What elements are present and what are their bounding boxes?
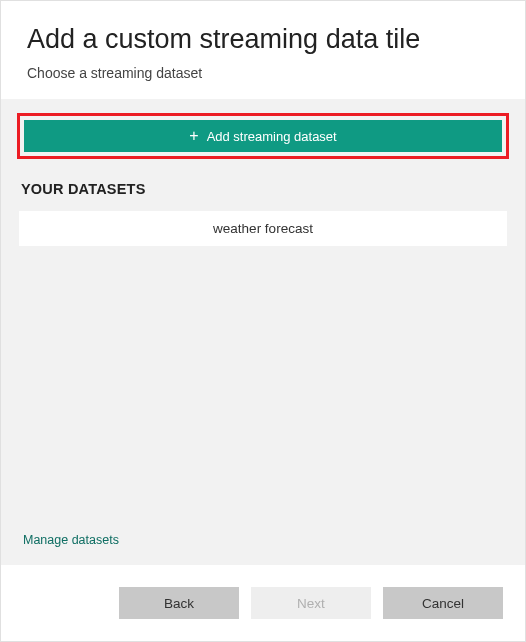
custom-streaming-tile-panel: Add a custom streaming data tile Choose … — [0, 0, 526, 642]
panel-body: + Add streaming dataset YOUR DATASETS we… — [1, 99, 525, 565]
page-title: Add a custom streaming data tile — [27, 23, 499, 55]
page-subtitle: Choose a streaming dataset — [27, 65, 499, 81]
add-button-label: Add streaming dataset — [207, 129, 337, 144]
manage-datasets-link[interactable]: Manage datasets — [23, 533, 119, 547]
panel-header: Add a custom streaming data tile Choose … — [1, 1, 525, 99]
add-dataset-highlight: + Add streaming dataset — [17, 113, 509, 159]
cancel-button[interactable]: Cancel — [383, 587, 503, 619]
your-datasets-label: YOUR DATASETS — [21, 181, 505, 197]
next-button: Next — [251, 587, 371, 619]
dataset-name: weather forecast — [213, 221, 313, 236]
add-streaming-dataset-button[interactable]: + Add streaming dataset — [24, 120, 502, 152]
back-button[interactable]: Back — [119, 587, 239, 619]
plus-icon: + — [189, 128, 198, 144]
panel-footer: Back Next Cancel — [1, 565, 525, 641]
dataset-row[interactable]: weather forecast — [19, 211, 507, 246]
